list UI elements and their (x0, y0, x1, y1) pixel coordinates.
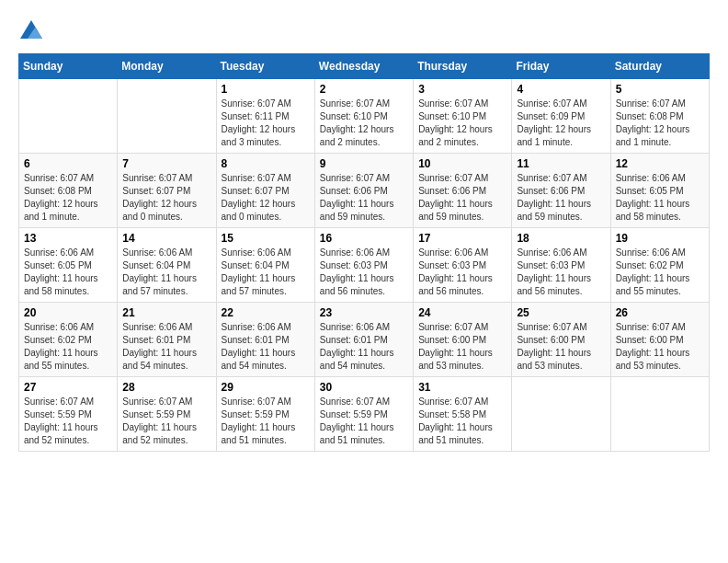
header-cell-saturday: Saturday (610, 54, 709, 79)
cell-content: Sunrise: 6:06 AMSunset: 6:01 PMDaylight:… (122, 321, 210, 373)
day-number: 22 (222, 306, 310, 319)
calendar-cell: 25Sunrise: 6:07 AMSunset: 6:00 PMDayligh… (512, 303, 610, 377)
calendar-cell: 28Sunrise: 6:07 AMSunset: 5:59 PMDayligh… (118, 377, 216, 452)
cell-content: Sunrise: 6:07 AMSunset: 6:07 PMDaylight:… (222, 172, 310, 224)
calendar-cell: 1Sunrise: 6:07 AMSunset: 6:11 PMDaylight… (216, 79, 314, 154)
header-row: SundayMondayTuesdayWednesdayThursdayFrid… (19, 54, 710, 79)
cell-content: Sunrise: 6:07 AMSunset: 6:00 PMDaylight:… (517, 321, 605, 373)
calendar-cell: 2Sunrise: 6:07 AMSunset: 6:10 PMDaylight… (314, 79, 413, 154)
cell-content: Sunrise: 6:07 AMSunset: 6:06 PMDaylight:… (320, 172, 408, 224)
day-number: 19 (616, 232, 704, 245)
cell-content: Sunrise: 6:07 AMSunset: 6:10 PMDaylight:… (418, 98, 506, 149)
calendar-cell: 30Sunrise: 6:07 AMSunset: 5:59 PMDayligh… (314, 377, 413, 452)
calendar-cell: 24Sunrise: 6:07 AMSunset: 6:00 PMDayligh… (414, 303, 512, 377)
week-row-1: 6Sunrise: 6:07 AMSunset: 6:08 PMDaylight… (19, 154, 710, 228)
calendar-cell: 22Sunrise: 6:06 AMSunset: 6:01 PMDayligh… (216, 303, 314, 377)
day-number: 24 (418, 306, 506, 319)
day-number: 17 (418, 232, 506, 245)
calendar-body: 1Sunrise: 6:07 AMSunset: 6:11 PMDaylight… (19, 79, 710, 452)
header-cell-friday: Friday (512, 54, 610, 79)
day-number: 10 (418, 157, 506, 170)
calendar-header: SundayMondayTuesdayWednesdayThursdayFrid… (19, 54, 710, 79)
cell-content: Sunrise: 6:07 AMSunset: 6:00 PMDaylight:… (418, 321, 506, 373)
calendar-cell: 18Sunrise: 6:06 AMSunset: 6:03 PMDayligh… (512, 228, 610, 303)
calendar-cell: 9Sunrise: 6:07 AMSunset: 6:06 PMDaylight… (314, 154, 413, 228)
header-cell-monday: Monday (118, 54, 216, 79)
day-number: 9 (320, 157, 408, 170)
cell-content: Sunrise: 6:06 AMSunset: 6:01 PMDaylight:… (222, 321, 310, 373)
day-number: 26 (616, 306, 704, 319)
calendar-cell: 4Sunrise: 6:07 AMSunset: 6:09 PMDaylight… (512, 79, 610, 154)
day-number: 2 (320, 83, 408, 96)
cell-content: Sunrise: 6:07 AMSunset: 5:59 PMDaylight:… (24, 396, 112, 447)
calendar-cell: 15Sunrise: 6:06 AMSunset: 6:04 PMDayligh… (216, 228, 314, 303)
cell-content: Sunrise: 6:07 AMSunset: 6:08 PMDaylight:… (616, 98, 704, 149)
cell-content: Sunrise: 6:06 AMSunset: 6:05 PMDaylight:… (24, 247, 112, 298)
day-number: 7 (122, 157, 210, 170)
logo (18, 18, 48, 44)
day-number: 3 (418, 83, 506, 96)
calendar-cell: 12Sunrise: 6:06 AMSunset: 6:05 PMDayligh… (610, 154, 709, 228)
calendar-cell: 27Sunrise: 6:07 AMSunset: 5:59 PMDayligh… (19, 377, 118, 452)
day-number: 31 (418, 381, 506, 394)
header-cell-thursday: Thursday (414, 54, 512, 79)
day-number: 13 (24, 232, 112, 245)
week-row-3: 20Sunrise: 6:06 AMSunset: 6:02 PMDayligh… (19, 303, 710, 377)
day-number: 8 (222, 157, 310, 170)
cell-content: Sunrise: 6:07 AMSunset: 5:58 PMDaylight:… (418, 396, 506, 447)
header-cell-tuesday: Tuesday (216, 54, 314, 79)
day-number: 15 (222, 232, 310, 245)
calendar-cell: 8Sunrise: 6:07 AMSunset: 6:07 PMDaylight… (216, 154, 314, 228)
day-number: 30 (320, 381, 408, 394)
calendar-cell: 31Sunrise: 6:07 AMSunset: 5:58 PMDayligh… (414, 377, 512, 452)
calendar-cell: 11Sunrise: 6:07 AMSunset: 6:06 PMDayligh… (512, 154, 610, 228)
calendar-cell: 13Sunrise: 6:06 AMSunset: 6:05 PMDayligh… (19, 228, 118, 303)
calendar-table: SundayMondayTuesdayWednesdayThursdayFrid… (18, 53, 710, 452)
cell-content: Sunrise: 6:06 AMSunset: 6:02 PMDaylight:… (616, 247, 704, 298)
cell-content: Sunrise: 6:06 AMSunset: 6:05 PMDaylight:… (616, 172, 704, 224)
day-number: 11 (517, 157, 605, 170)
day-number: 20 (24, 306, 112, 319)
week-row-0: 1Sunrise: 6:07 AMSunset: 6:11 PMDaylight… (19, 79, 710, 154)
cell-content: Sunrise: 6:06 AMSunset: 6:03 PMDaylight:… (320, 247, 408, 298)
cell-content: Sunrise: 6:07 AMSunset: 6:07 PMDaylight:… (122, 172, 210, 224)
cell-content: Sunrise: 6:07 AMSunset: 6:08 PMDaylight:… (24, 172, 112, 224)
day-number: 21 (122, 306, 210, 319)
cell-content: Sunrise: 6:06 AMSunset: 6:02 PMDaylight:… (24, 321, 112, 373)
calendar-cell: 6Sunrise: 6:07 AMSunset: 6:08 PMDaylight… (19, 154, 118, 228)
calendar-cell: 19Sunrise: 6:06 AMSunset: 6:02 PMDayligh… (610, 228, 709, 303)
cell-content: Sunrise: 6:07 AMSunset: 6:11 PMDaylight:… (222, 98, 310, 149)
calendar-cell (118, 79, 216, 154)
day-number: 1 (222, 83, 310, 96)
cell-content: Sunrise: 6:07 AMSunset: 6:06 PMDaylight:… (418, 172, 506, 224)
calendar-cell: 10Sunrise: 6:07 AMSunset: 6:06 PMDayligh… (414, 154, 512, 228)
day-number: 6 (24, 157, 112, 170)
day-number: 5 (616, 83, 704, 96)
cell-content: Sunrise: 6:07 AMSunset: 6:06 PMDaylight:… (517, 172, 605, 224)
day-number: 18 (517, 232, 605, 245)
cell-content: Sunrise: 6:06 AMSunset: 6:03 PMDaylight:… (418, 247, 506, 298)
cell-content: Sunrise: 6:07 AMSunset: 5:59 PMDaylight:… (122, 396, 210, 447)
day-number: 27 (24, 381, 112, 394)
cell-content: Sunrise: 6:07 AMSunset: 5:59 PMDaylight:… (222, 396, 310, 447)
day-number: 12 (616, 157, 704, 170)
cell-content: Sunrise: 6:06 AMSunset: 6:04 PMDaylight:… (122, 247, 210, 298)
calendar-cell (610, 377, 709, 452)
header-cell-wednesday: Wednesday (314, 54, 413, 79)
day-number: 28 (122, 381, 210, 394)
cell-content: Sunrise: 6:07 AMSunset: 6:09 PMDaylight:… (517, 98, 605, 149)
calendar-cell (19, 79, 118, 154)
header-cell-sunday: Sunday (19, 54, 118, 79)
calendar-cell: 20Sunrise: 6:06 AMSunset: 6:02 PMDayligh… (19, 303, 118, 377)
calendar-cell: 16Sunrise: 6:06 AMSunset: 6:03 PMDayligh… (314, 228, 413, 303)
calendar-cell: 26Sunrise: 6:07 AMSunset: 6:00 PMDayligh… (610, 303, 709, 377)
calendar-cell: 7Sunrise: 6:07 AMSunset: 6:07 PMDaylight… (118, 154, 216, 228)
calendar-cell: 14Sunrise: 6:06 AMSunset: 6:04 PMDayligh… (118, 228, 216, 303)
cell-content: Sunrise: 6:07 AMSunset: 5:59 PMDaylight:… (320, 396, 408, 447)
day-number: 29 (222, 381, 310, 394)
day-number: 16 (320, 232, 408, 245)
calendar-cell: 5Sunrise: 6:07 AMSunset: 6:08 PMDaylight… (610, 79, 709, 154)
week-row-2: 13Sunrise: 6:06 AMSunset: 6:05 PMDayligh… (19, 228, 710, 303)
calendar-cell: 3Sunrise: 6:07 AMSunset: 6:10 PMDaylight… (414, 79, 512, 154)
calendar-cell: 23Sunrise: 6:06 AMSunset: 6:01 PMDayligh… (314, 303, 413, 377)
